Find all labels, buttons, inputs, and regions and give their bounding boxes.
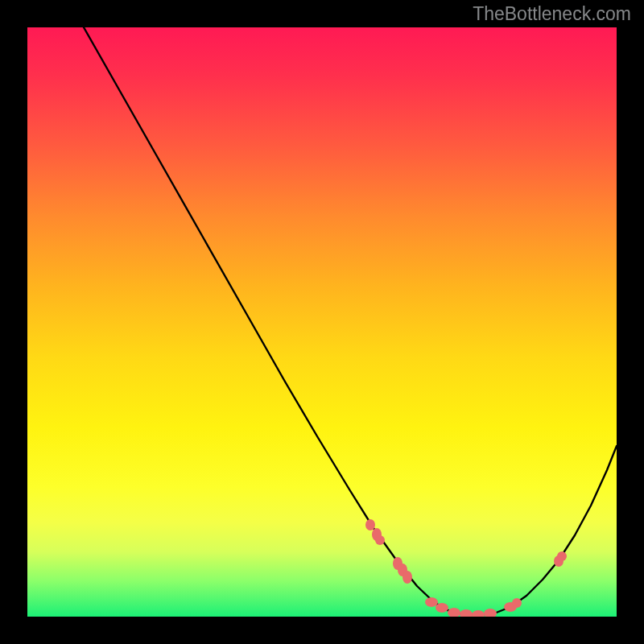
data-marker: [448, 608, 460, 617]
data-marker: [375, 535, 385, 545]
chart-container: TheBottleneck.com: [0, 0, 644, 644]
watermark-text: TheBottleneck.com: [473, 3, 631, 25]
data-marker: [425, 597, 438, 607]
data-marker: [460, 609, 473, 617]
data-marker: [402, 571, 412, 584]
data-marker: [472, 610, 485, 617]
data-marker: [436, 603, 448, 613]
data-marker: [365, 519, 375, 530]
data-marker: [557, 551, 567, 561]
data-marker: [512, 598, 522, 608]
markers-group: [365, 519, 567, 617]
data-marker: [484, 609, 497, 617]
markers-layer: [27, 27, 617, 617]
plot-area: [27, 27, 617, 617]
